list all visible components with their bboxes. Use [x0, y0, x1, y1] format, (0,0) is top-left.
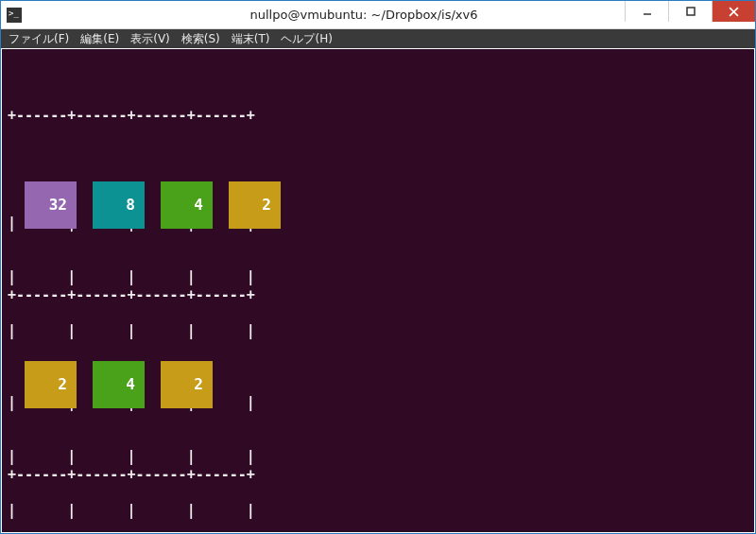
grid-border: +------+------+------+------+ [8, 107, 748, 125]
menu-edit[interactable]: 編集(E) [77, 29, 123, 48]
menu-search[interactable]: 検索(S) [178, 29, 224, 48]
tile-8: 8 [93, 181, 145, 229]
menu-view[interactable]: 表示(V) [127, 29, 174, 48]
tile-32: 32 [25, 181, 77, 229]
game-2048: +------+------+------+------+ | | | | | … [8, 53, 748, 534]
tile-2: 2 [25, 361, 77, 408]
app-window: nullpo@vmubuntu: ~/Dropbox/is/xv6 ファイル(F… [0, 0, 756, 534]
tile-2: 2 [229, 181, 281, 229]
titlebar[interactable]: nullpo@vmubuntu: ~/Dropbox/is/xv6 [1, 1, 755, 29]
window-controls [625, 1, 755, 22]
tile-2: 2 [161, 361, 213, 408]
menu-terminal[interactable]: 端末(T) [228, 29, 274, 48]
board-row-1: | | | | | | | | | | | | | | | 2 4 2 [8, 358, 748, 412]
menubar: ファイル(F) 編集(E) 表示(V) 検索(S) 端末(T) ヘルプ(H) [1, 29, 755, 48]
minimize-button[interactable] [625, 1, 668, 22]
terminal-app-icon [7, 8, 22, 23]
terminal-viewport[interactable]: +------+------+------+------+ | | | | | … [2, 49, 754, 532]
svg-rect-1 [687, 8, 695, 15]
menu-file[interactable]: ファイル(F) [5, 29, 73, 48]
close-button[interactable] [712, 1, 755, 22]
maximize-button[interactable] [668, 1, 712, 22]
menu-help[interactable]: ヘルプ(H) [277, 29, 335, 48]
tile-4: 4 [161, 181, 213, 229]
board-row-0: | | | | | | | | | | | | | | | 32 8 4 2 [8, 179, 748, 233]
tile-4: 4 [93, 361, 145, 408]
